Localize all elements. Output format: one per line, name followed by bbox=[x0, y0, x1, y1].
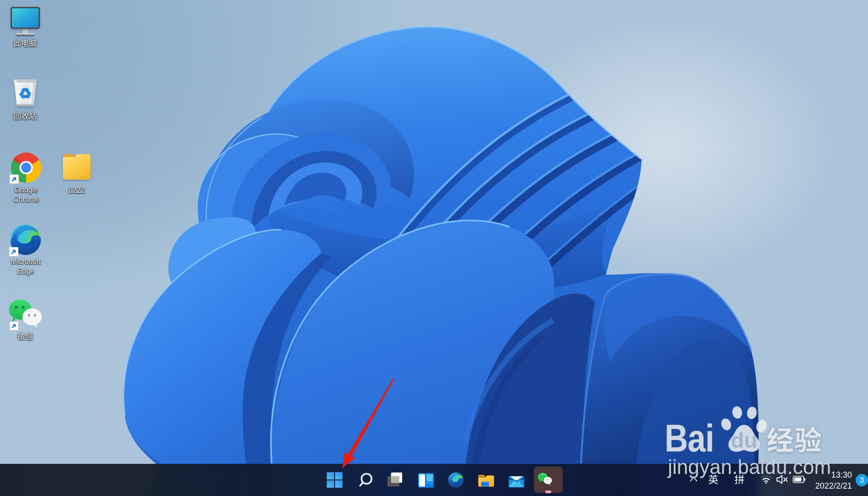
svg-text:du: du bbox=[731, 428, 757, 452]
